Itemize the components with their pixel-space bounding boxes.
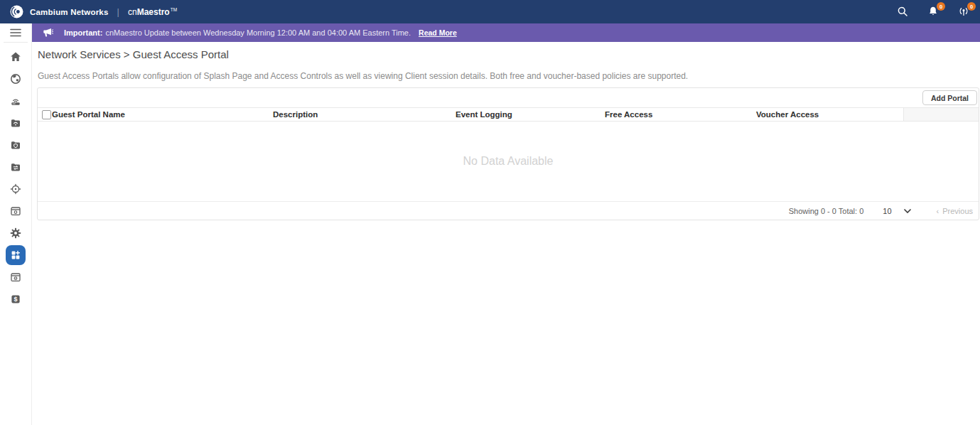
top-bar: Cambium Networks | cnMaestroTM 0 0 xyxy=(0,0,980,23)
product-name: cnMaestroTM xyxy=(128,7,177,17)
chevron-down-icon xyxy=(904,209,911,213)
column-header-actions xyxy=(903,108,979,121)
crosshair-icon xyxy=(10,183,21,195)
announcement-banner: Important: cnMaestro Update between Wedn… xyxy=(32,23,980,42)
main-content: Network Services > Guest Access Portal G… xyxy=(32,42,980,220)
select-all-cell xyxy=(38,108,52,121)
empty-table-message: No Data Available xyxy=(38,122,979,201)
folder-wifi-icon xyxy=(10,117,21,129)
active-item-highlight xyxy=(6,245,26,265)
window-admin-icon xyxy=(10,271,21,283)
sidebar-item-switch-groups[interactable] xyxy=(0,156,32,178)
sidebar-item-network-services-active[interactable] xyxy=(0,244,32,266)
sidebar-item-monitor[interactable] xyxy=(0,68,32,90)
sidebar-item-devices[interactable] xyxy=(0,90,32,112)
access-point-icon xyxy=(10,95,21,107)
megaphone-icon xyxy=(43,28,53,38)
add-portal-button[interactable]: Add Portal xyxy=(922,90,977,105)
sidebar-item-wifi-groups[interactable] xyxy=(0,112,32,134)
sidebar-item-subscription[interactable]: $ xyxy=(0,288,32,310)
services-apps-icon xyxy=(10,249,21,261)
sidebar-item-settings[interactable] xyxy=(0,222,32,244)
banner-message: cnMaestro Update between Wednesday Morni… xyxy=(105,28,411,37)
column-header-voucher-access: Voucher Access xyxy=(756,108,903,121)
previous-arrow: ‹ xyxy=(937,207,939,215)
notifications-bell-icon[interactable]: 0 xyxy=(927,6,939,18)
sidebar-item-security-groups[interactable] xyxy=(0,134,32,156)
announcements-badge: 0 xyxy=(967,2,976,11)
column-header-event-logging: Event Logging xyxy=(456,108,605,121)
sidebar-item-reports[interactable] xyxy=(0,200,32,222)
brand-name: Cambium Networks xyxy=(30,8,109,16)
folder-switch-icon xyxy=(10,161,21,173)
hamburger-menu-icon[interactable] xyxy=(0,23,31,42)
window-report-icon xyxy=(10,205,21,217)
column-header-guest-portal-name: Guest Portal Name xyxy=(52,108,273,121)
previous-page-button[interactable]: ‹ Previous xyxy=(937,207,973,215)
announcements-tower-icon[interactable]: 0 xyxy=(958,6,970,18)
trademark: TM xyxy=(171,7,177,12)
previous-label: Previous xyxy=(942,207,973,215)
svg-text:$: $ xyxy=(14,296,17,303)
brand-separator: | xyxy=(117,6,119,17)
folder-shield-icon xyxy=(10,139,21,151)
cambium-logo-icon xyxy=(10,5,23,18)
subscription-dollar-icon: $ xyxy=(10,294,21,305)
guest-portal-table-card: Add Portal Guest Portal Name Description… xyxy=(37,87,979,220)
read-more-link[interactable]: Read More xyxy=(419,28,457,37)
pagination-summary: Showing 0 - 0 Total: 0 xyxy=(789,207,864,215)
sidebar-item-onboard[interactable] xyxy=(0,178,32,200)
column-header-free-access: Free Access xyxy=(605,108,756,121)
home-icon xyxy=(10,51,21,63)
sidebar: $ xyxy=(0,23,32,425)
table-header-row: Guest Portal Name Description Event Logg… xyxy=(38,107,979,122)
page-description: Guest Access Portals allow configuration… xyxy=(32,60,980,81)
globe-icon xyxy=(10,73,21,85)
search-icon[interactable] xyxy=(897,6,909,18)
gear-icon xyxy=(10,227,21,239)
notifications-badge: 0 xyxy=(937,2,945,11)
sidebar-item-administration[interactable] xyxy=(0,266,32,288)
banner-label: Important: xyxy=(64,28,102,37)
page-size-dropdown[interactable]: 10 xyxy=(883,207,910,215)
pagination-bar: Showing 0 - 0 Total: 0 10 ‹ Previous xyxy=(38,201,979,220)
column-header-description: Description xyxy=(273,108,456,121)
sidebar-item-home[interactable] xyxy=(0,45,32,68)
page-size-value: 10 xyxy=(883,207,891,215)
table-toolbar: Add Portal xyxy=(38,88,979,107)
select-all-checkbox[interactable] xyxy=(42,110,51,119)
breadcrumb: Network Services > Guest Access Portal xyxy=(32,42,980,60)
